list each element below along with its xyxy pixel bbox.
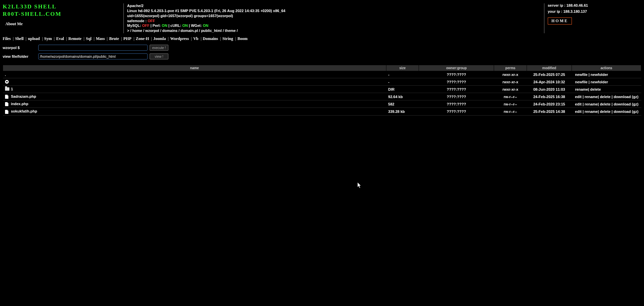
col-header-actions: actions [572, 65, 641, 71]
action-delete[interactable]: delete [600, 110, 610, 114]
menu-separator [26, 37, 26, 41]
execute-button[interactable]: execute ! [150, 45, 168, 51]
menu-item-string[interactable]: String [222, 36, 233, 41]
file-modified: 25-Feb-2025 14:38 [527, 108, 572, 115]
action-download--gz-[interactable]: download (gz) [613, 95, 638, 99]
col-header-owner: owner:group [419, 65, 494, 71]
table-row: .-????:????rwxr-xr-x25-Feb-2025 07:25new… [3, 71, 641, 78]
file-modified: 25-Feb-2025 07:25 [527, 71, 572, 78]
menu-separator [151, 37, 152, 41]
action-newfile[interactable]: newfile [575, 73, 587, 77]
sep: | [150, 24, 153, 28]
path-breadcrumb: > / home / wzorpol / domains / domain.pl… [127, 28, 544, 33]
action-newfile[interactable]: newfile [575, 80, 587, 84]
menu-item-sym[interactable]: Sym [44, 36, 52, 41]
file-modified: 24-Apr-2024 10:32 [527, 78, 572, 86]
menu-item-brute[interactable]: Brute [109, 36, 119, 41]
file-listing-table: name size owner:group perms modified act… [3, 65, 641, 115]
safemode-label: safemode : [127, 19, 148, 23]
file-perms: rwxr-xr-x [494, 78, 527, 86]
curl-label: cURL: [170, 24, 182, 28]
action-edit[interactable]: edit [575, 102, 582, 106]
file-perms: rw-r--r-- [494, 93, 527, 100]
action-delete[interactable]: delete [600, 95, 610, 99]
menu-separator [168, 37, 168, 41]
sep: | [167, 24, 170, 28]
file-link[interactable]: sokukfatih.php [11, 109, 37, 113]
action-download--gz-[interactable]: download (gz) [613, 102, 638, 106]
action-delete[interactable]: delete [600, 102, 610, 106]
menu-item-joomla[interactable]: Joomla [153, 36, 166, 41]
menu-separator [191, 37, 192, 41]
table-row: sokukfatih.php339.28 kb????:????rw-r--r-… [3, 108, 641, 115]
up-arrow-icon[interactable] [5, 80, 9, 84]
action-download--gz-[interactable]: download (gz) [613, 110, 638, 114]
home-button[interactable]: HOME [548, 17, 572, 25]
action-newfolder[interactable]: newfolder [591, 73, 608, 77]
about-me-link[interactable]: About Me [5, 21, 123, 27]
menu-item-boom[interactable]: Boom [237, 36, 248, 41]
file-size: DIR [386, 86, 419, 93]
col-header-name: name [3, 65, 386, 71]
current-dir-link[interactable]: . [5, 73, 6, 77]
menu-item-php[interactable]: PHP [123, 36, 131, 41]
action-rename[interactable]: rename [585, 95, 598, 99]
action-rename[interactable]: rename [585, 102, 598, 106]
file-perms: rwxr-xr-x [494, 86, 527, 93]
view-button[interactable]: view ! [150, 53, 168, 59]
cmd-input[interactable] [38, 45, 148, 51]
menu-separator [66, 37, 67, 41]
path-segment[interactable]: public_html [201, 29, 222, 33]
os-info: Linux hd-092 5.4.203-1-pve #1 SMP PVE 5.… [127, 8, 544, 13]
sep: | [188, 24, 191, 28]
file-link[interactable]: index.php [11, 102, 29, 106]
menu-separator [84, 37, 84, 41]
action-newfolder[interactable]: newfolder [591, 80, 608, 84]
path-segment[interactable]: wzorpol [145, 29, 159, 33]
action-edit[interactable]: edit [575, 110, 582, 114]
folder-link[interactable]: 1 [11, 87, 13, 91]
menu-separator [94, 37, 94, 41]
file-icon [5, 95, 8, 99]
action-delete[interactable]: delete [590, 87, 601, 91]
col-header-perms: perms [494, 65, 527, 71]
menu-item-wordpress[interactable]: Wordpress [170, 36, 189, 41]
menu-item-sql[interactable]: Sql [86, 36, 92, 41]
menu-item-upload[interactable]: upload [28, 36, 40, 41]
file-size: 582 [386, 100, 419, 108]
table-row: index.php582????:????rw-r--r--24-Feb-202… [3, 100, 641, 108]
col-header-modified: modified [527, 65, 572, 71]
table-row: 1DIR????:????rwxr-xr-x08-Jun-2020 11:03r… [3, 86, 641, 93]
file-perms: rw-r--r-- [494, 108, 527, 115]
menu-item-shell[interactable]: Shell [15, 36, 23, 41]
uid-info: uid=1655(wzorpol) gid=1657(wzorpol) grou… [127, 13, 544, 18]
action-rename[interactable]: rename [575, 87, 588, 91]
app-title-1: K2LL33D SHELL [3, 3, 123, 10]
path-segment[interactable]: domains [162, 29, 177, 33]
menu-item-remote[interactable]: Remote [68, 36, 82, 41]
file-owner: ????:???? [419, 71, 494, 78]
menu-item-eval[interactable]: Eval [56, 36, 64, 41]
mouse-cursor-icon [358, 182, 362, 188]
menu-item-zone-h[interactable]: Zone-H [136, 36, 149, 41]
path-segment[interactable]: domain.pl [180, 29, 198, 33]
menu-item-mass[interactable]: Mass [96, 36, 105, 41]
menu-item-files[interactable]: Files [3, 36, 11, 41]
app-title-2: R00T-SHELL.COM [3, 11, 123, 17]
path-segment[interactable]: theme [225, 29, 235, 33]
action-edit[interactable]: edit [575, 95, 582, 99]
file-owner: ????:???? [419, 100, 494, 108]
action-rename[interactable]: rename [585, 110, 598, 114]
server-ip-label: server ip : [548, 3, 567, 7]
menu-item-domains[interactable]: Domains [203, 36, 218, 41]
wget-label: WGet: [191, 24, 203, 28]
perl-status: ON [162, 24, 167, 28]
file-perms: rwxr-xr-x [494, 71, 527, 78]
file-link[interactable]: Sadrazam.php [11, 94, 36, 98]
server-software: Apache/2 [127, 3, 544, 8]
table-row: -????:????rwxr-xr-x24-Apr-2024 10:32newf… [3, 78, 641, 86]
path-segment[interactable]: home [132, 29, 142, 33]
menu-item-vb[interactable]: Vb [193, 36, 198, 41]
menu-separator [42, 37, 43, 41]
view-path-input[interactable] [38, 53, 148, 59]
